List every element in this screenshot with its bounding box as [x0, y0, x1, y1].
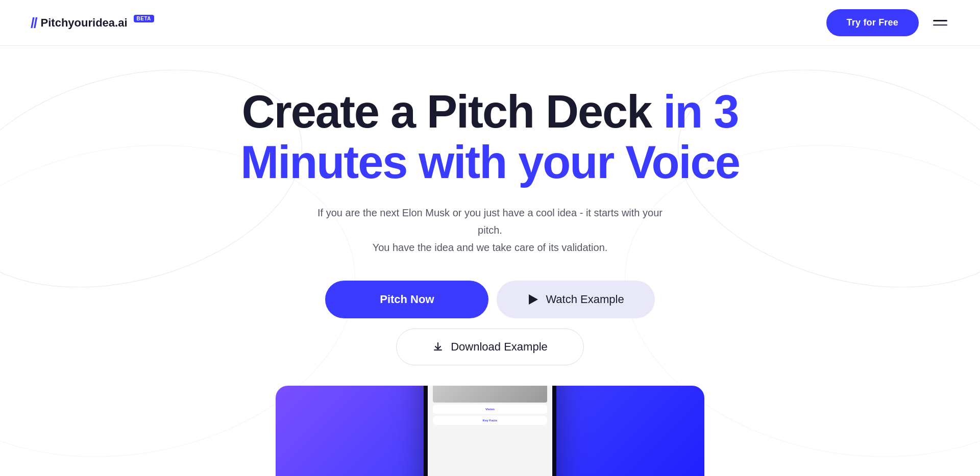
screen-image	[433, 386, 547, 403]
main-content: Create a Pitch Deck in 3 Minutes with yo…	[0, 46, 980, 476]
headline-text-part1: Create a Pitch Deck	[242, 86, 663, 137]
cta-row: Pitch Now Watch Example	[0, 281, 980, 318]
phone-mockup: To empower beginner golfers by providing…	[424, 386, 556, 476]
hamburger-menu-icon[interactable]	[931, 18, 949, 28]
headline-line2: Minutes with your Voice	[0, 137, 980, 188]
screen-content: To empower beginner golfers by providing…	[428, 386, 552, 431]
logo-icon: //	[31, 15, 37, 31]
screen-vision-block: Vision	[433, 405, 547, 414]
download-example-label: Download Example	[451, 340, 548, 354]
subtitle: If you are the next Elon Musk or you jus…	[311, 204, 669, 256]
play-icon	[527, 293, 540, 306]
logo-text: Pitchyouridea.ai	[41, 16, 128, 30]
play-triangle-icon	[529, 294, 538, 305]
subtitle-line2: You have the idea and we take care of it…	[373, 242, 608, 253]
header-right: Try for Free	[826, 9, 949, 36]
headline: Create a Pitch Deck in 3 Minutes with yo…	[0, 87, 980, 188]
headline-accent: in 3	[663, 86, 738, 137]
watch-example-button[interactable]: Watch Example	[497, 281, 654, 318]
phone-section: To empower beginner golfers by providing…	[276, 386, 704, 476]
pitch-now-button[interactable]: Pitch Now	[325, 281, 488, 318]
headline-line1: Create a Pitch Deck in 3	[0, 87, 980, 137]
subtitle-line1: If you are the next Elon Musk or you jus…	[317, 207, 663, 236]
watch-example-label: Watch Example	[546, 293, 624, 306]
try-free-button[interactable]: Try for Free	[826, 9, 919, 36]
screen-vision-label: Vision	[436, 408, 544, 411]
download-row: Download Example	[0, 329, 980, 365]
hamburger-line-2	[933, 24, 947, 26]
logo-area: // Pitchyouridea.ai BETA	[31, 15, 154, 31]
screen-keyfacts-block: Key Facts	[433, 416, 547, 425]
download-example-button[interactable]: Download Example	[396, 329, 584, 365]
screen-keyfacts-label: Key Facts	[436, 419, 544, 422]
download-icon	[432, 341, 444, 353]
phone-screen: To empower beginner golfers by providing…	[428, 386, 552, 476]
logo-slash-icon: //	[31, 15, 37, 31]
beta-badge: BETA	[134, 15, 154, 22]
hamburger-line-1	[933, 20, 947, 21]
header: // Pitchyouridea.ai BETA Try for Free	[0, 0, 980, 46]
